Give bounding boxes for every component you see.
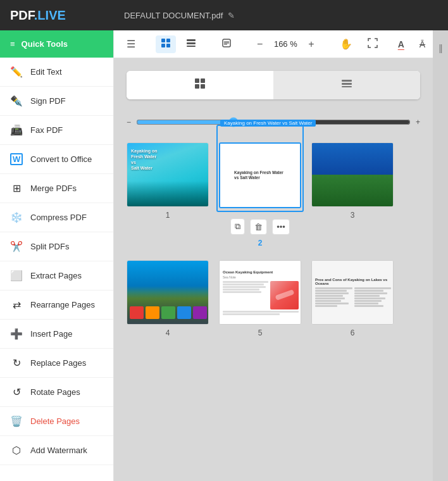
svg-rect-13 — [195, 84, 199, 89]
hamburger-button[interactable]: ☰ — [121, 35, 140, 53]
page-thumbnail-4[interactable] — [127, 260, 209, 325]
find-button[interactable] — [216, 35, 237, 53]
view-thumbnail-button[interactable] — [156, 35, 176, 53]
font-strikethrough-icon: Ā — [420, 39, 425, 49]
logo: PDF.LIVE — [10, 8, 66, 23]
page-thumbnail-6[interactable]: Pros and Cons of Kayaking on Lakes vs Oc… — [311, 260, 394, 325]
sidebar-item-rotate-pages[interactable]: ↺ Rotate Pages — [0, 378, 113, 407]
view-list-button[interactable] — [181, 35, 201, 53]
svg-rect-4 — [187, 39, 196, 41]
fullscreen-icon — [368, 38, 378, 51]
sidebar-item-insert-page[interactable]: ➕ Insert Page — [0, 320, 113, 349]
sidebar-item-split-pdfs[interactable]: ✂️ Split PDFs — [0, 232, 113, 261]
font-color-button[interactable]: A — [393, 37, 409, 52]
logo-live: .LIVE — [34, 8, 66, 22]
slider-row: − + — [127, 115, 420, 130]
svg-rect-2 — [161, 44, 165, 47]
sidebar-item-label: Delete Pages — [30, 416, 80, 426]
sidebar-item-delete-pages[interactable]: 🗑️ Delete Pages — [0, 407, 113, 436]
rearrange-pages-icon: ⇄ — [10, 299, 23, 311]
right-panel[interactable]: ‖ — [433, 30, 448, 481]
fullscreen-button[interactable] — [363, 35, 383, 53]
sidebar-item-sign-pdf[interactable]: ✒️ Sign PDF — [0, 87, 113, 116]
thumbnail-view-toggle[interactable] — [127, 71, 273, 99]
replace-pages-icon: ↻ — [10, 357, 23, 369]
page-item-4: 4 — [127, 260, 209, 337]
sidebar-item-replace-pages[interactable]: ↻ Replace Pages — [0, 349, 113, 378]
quick-tools-icon: ≡ — [10, 39, 15, 49]
slider-max-icon: + — [416, 118, 420, 127]
page-item-2: Kayaking on Fresh Water vs Salt Water Ka… — [219, 142, 301, 247]
logo-area: PDF.LIVE — [0, 8, 114, 23]
sidebar-item-label: Fax PDF — [30, 125, 63, 135]
font-strikethrough-button[interactable]: Ā — [414, 37, 430, 52]
sidebar-item-merge-pdfs[interactable]: ⊞ Merge PDFs — [0, 174, 113, 203]
sidebar-item-label: Replace Pages — [30, 358, 86, 368]
size-slider[interactable] — [136, 117, 411, 127]
svg-rect-15 — [342, 80, 352, 82]
pages-row-2: 4 Ocean Kayaking Equipment Sea Note — [127, 260, 420, 337]
page-label-1: 1 — [166, 211, 170, 220]
svg-rect-6 — [187, 46, 196, 47]
font-A-icon: A — [398, 39, 404, 49]
pan-button[interactable]: ✋ — [335, 35, 358, 53]
slider-min-icon: − — [127, 118, 131, 127]
sidebar-item-rearrange-pages[interactable]: ⇄ Rearrange Pages — [0, 290, 113, 320]
page-thumbnail-1[interactable]: Kayaking onFresh WatervsSalt Water — [127, 142, 209, 207]
page-more-button-2[interactable]: ••• — [272, 219, 290, 235]
delete-pages-icon: 🗑️ — [10, 415, 23, 427]
sidebar-item-label: Sign PDF — [30, 96, 66, 106]
sidebar-item-compress-pdf[interactable]: ❄️ Compress PDF — [0, 203, 113, 232]
edit-doc-name-icon[interactable]: ✎ — [228, 11, 235, 20]
page-item-6: Pros and Cons of Kayaking on Lakes vs Oc… — [311, 260, 394, 337]
svg-rect-16 — [342, 83, 352, 85]
page-thumbnail-2[interactable]: Kayaking on Fresh Watervs Salt Water — [219, 142, 301, 208]
svg-rect-1 — [166, 39, 170, 42]
sidebar-item-label: Split PDFs — [30, 242, 69, 251]
edit-text-icon: ✏️ — [10, 66, 23, 78]
svg-rect-3 — [166, 44, 170, 47]
document-name: DEFAULT DOCUMENT.pdf — [124, 11, 223, 20]
content-area: ☰ — [114, 30, 433, 481]
svg-rect-17 — [342, 86, 352, 87]
merge-pdfs-icon: ⊞ — [10, 182, 23, 194]
right-panel-handle: ‖ — [439, 43, 443, 53]
page-label-6: 6 — [351, 328, 355, 337]
page-item-3: 3 — [311, 142, 394, 247]
sidebar-item-label: Rotate Pages — [30, 387, 80, 397]
view-toggle-row — [127, 71, 420, 99]
sidebar-item-extract-pages[interactable]: ⬜ Extract Pages — [0, 261, 113, 290]
svg-rect-11 — [195, 78, 199, 83]
compress-pdf-icon: ❄️ — [10, 211, 23, 223]
sidebar-item-label: Add Watermark — [30, 446, 87, 455]
svg-rect-14 — [201, 84, 205, 89]
page-thumbnail-3[interactable] — [311, 142, 394, 207]
sidebar-item-fax-pdf[interactable]: 📠 Fax PDF — [0, 116, 113, 145]
page-item-1: Kayaking onFresh WatervsSalt Water 1 — [127, 142, 209, 247]
sidebar-item-edit-text[interactable]: ✏️ Edit Text — [0, 58, 113, 87]
quick-tools-label: Quick Tools — [22, 39, 68, 49]
quick-tools-header[interactable]: ≡ Quick Tools — [0, 30, 113, 58]
page-thumbnail-5[interactable]: Ocean Kayaking Equipment Sea Note — [219, 260, 301, 325]
list-view-toggle[interactable] — [273, 71, 420, 99]
extract-pages-icon: ⬜ — [10, 270, 23, 282]
sidebar-item-label: Extract Pages — [30, 271, 82, 280]
page-label-5: 5 — [258, 328, 263, 337]
svg-rect-5 — [187, 42, 196, 44]
sign-pdf-icon: ✒️ — [10, 95, 23, 107]
zoom-in-button[interactable]: + — [303, 36, 319, 53]
page-copy-button-2[interactable]: ⧉ — [230, 218, 245, 235]
zoom-in-icon: + — [308, 39, 314, 50]
page-container[interactable]: − + Kayaking onFresh WatervsSalt Water 1 — [114, 58, 433, 481]
find-icon — [221, 38, 232, 51]
sidebar: ≡ Quick Tools ✏️ Edit Text ✒️ Sign PDF 📠… — [0, 30, 114, 481]
zoom-out-button[interactable]: − — [252, 36, 268, 53]
sidebar-item-label: Convert to Office — [30, 154, 92, 164]
sidebar-item-convert-to-office[interactable]: W Convert to Office — [0, 145, 113, 174]
page-label-2: 2 — [258, 239, 263, 247]
page-delete-button-2[interactable]: 🗑 — [250, 219, 267, 235]
sidebar-item-add-watermark[interactable]: ⬡ Add Watermark — [0, 436, 113, 465]
app-header: PDF.LIVE DEFAULT DOCUMENT.pdf ✎ — [0, 0, 448, 30]
sidebar-item-label: Merge PDFs — [30, 184, 77, 193]
insert-page-icon: ➕ — [10, 328, 23, 340]
